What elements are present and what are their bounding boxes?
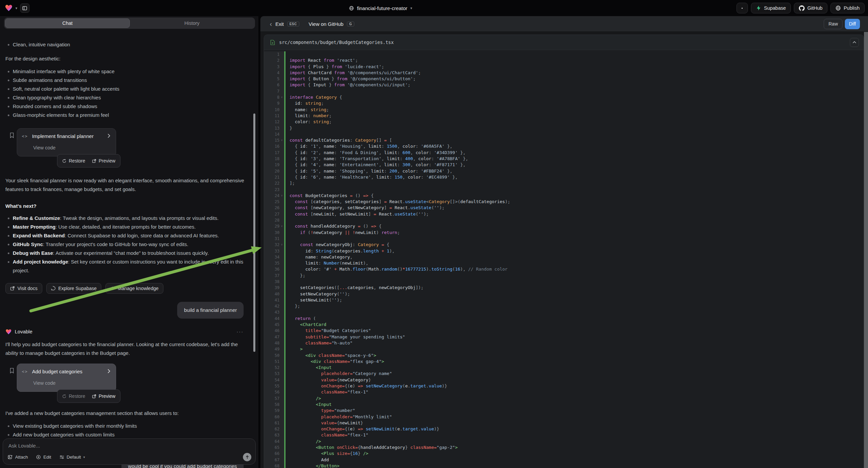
bullet-dot <box>8 115 9 116</box>
bullet-dot <box>8 235 9 237</box>
project-switcher[interactable]: financial-future-creator ▾ <box>349 0 412 16</box>
raw-toggle-button[interactable]: Raw <box>824 19 842 29</box>
code-brackets-icon: <> <box>22 132 28 141</box>
tool-card-add-budget-categories[interactable]: <> Add budget categories View code <box>17 363 116 392</box>
fold-spacer <box>279 291 284 297</box>
github-button[interactable]: GitHub <box>794 3 828 13</box>
bullet-dot <box>8 97 9 99</box>
line-number: 1 <box>264 51 279 57</box>
code-line: 51 <div className="flex gap-4"> <box>264 358 864 364</box>
line-number: 57 <box>264 396 279 402</box>
code-line: 48 className="h-auto" <box>264 340 864 346</box>
settings-button[interactable] <box>737 3 748 13</box>
fold-spacer <box>279 217 284 223</box>
line-number: 32 <box>264 242 279 248</box>
code-line: 50 <div className="space-y-6"> <box>264 352 864 358</box>
preview-button[interactable]: Preview <box>92 392 116 401</box>
line-number: 25 <box>264 199 279 205</box>
view-on-github-link[interactable]: View on GitHub G <box>309 21 354 27</box>
exit-button[interactable]: Exit <box>276 21 284 27</box>
view-code-link[interactable]: View code <box>33 379 111 387</box>
fold-chevron-icon[interactable]: ∨ <box>279 94 284 100</box>
code-text: value={newCategory} <box>285 377 864 383</box>
chat-input[interactable] <box>8 443 241 448</box>
fold-spacer <box>279 408 284 414</box>
manage-knowledge-button[interactable]: Manage knowledge <box>105 283 163 294</box>
chat-scrollbar[interactable] <box>253 114 255 352</box>
fold-chevron-icon[interactable]: ∨ <box>279 223 284 229</box>
fold-chevron-icon[interactable]: ∨ <box>279 193 284 199</box>
line-number: 10 <box>264 107 279 113</box>
fold-spacer <box>279 340 284 346</box>
tool-card-implement-planner[interactable]: <> Implement financial planner View code <box>17 128 116 156</box>
fold-spacer <box>279 199 284 205</box>
code-text: setNewLimit(''); <box>285 297 864 303</box>
collapse-file-button[interactable] <box>850 38 859 47</box>
line-number: 61 <box>264 420 279 426</box>
supabase-button[interactable]: Supabase <box>751 3 791 13</box>
publish-button[interactable]: Publish <box>830 3 865 13</box>
edit-button[interactable]: Edit <box>36 455 51 460</box>
target-icon <box>36 455 41 460</box>
line-number: 64 <box>264 438 279 444</box>
bookmark-icon[interactable] <box>9 368 14 376</box>
explore-supabase-button[interactable]: Explore Supabase <box>46 283 101 294</box>
g-badge: G <box>347 22 354 27</box>
code-line: 68 </Button> <box>264 463 864 468</box>
fold-spacer <box>279 100 284 107</box>
fold-chevron-icon[interactable]: ∨ <box>279 137 284 143</box>
message-menu-button[interactable]: ··· <box>237 327 244 336</box>
ready-text: Your sleek financial planner is now read… <box>5 176 248 194</box>
whats-next-item: Master Prompting: Use clear, detailed, a… <box>5 223 248 231</box>
line-number: 41 <box>264 297 279 303</box>
code-line: 6import { Input } from '@/components/ui/… <box>264 82 864 88</box>
tab-history[interactable]: History <box>130 19 254 28</box>
chat-scroll-area[interactable]: Clean, intuitive navigation For the desi… <box>0 31 258 452</box>
bullet-dot <box>8 261 9 263</box>
fold-chevron-icon[interactable]: ∨ <box>279 242 284 248</box>
restore-button[interactable]: Restore <box>62 392 85 401</box>
mode-select[interactable]: Default ▾ <box>59 455 85 460</box>
code-text: const [newLimit, setNewLimit] = React.us… <box>285 211 864 217</box>
fold-spacer <box>279 70 284 76</box>
attach-button[interactable]: Attach <box>8 455 28 460</box>
fold-spacer <box>279 168 284 174</box>
project-globe-icon <box>349 6 354 11</box>
send-button[interactable] <box>243 453 251 461</box>
line-number: 31 <box>264 236 279 242</box>
code-text: const defaultCategories: Category[] = [ <box>285 137 864 143</box>
bullet-dot <box>8 244 9 245</box>
fold-spacer <box>279 187 284 193</box>
diff-toggle-button[interactable]: Diff <box>845 19 860 29</box>
logo-chevron-down-icon[interactable]: ▾ <box>16 6 18 10</box>
line-number: 7 <box>264 88 279 94</box>
list-item: Subtle animations and transitions <box>5 76 248 85</box>
code-text <box>285 309 864 315</box>
code-text: /> <box>285 438 864 444</box>
preview-button[interactable]: Preview <box>92 156 116 165</box>
esc-badge: ESC <box>287 22 299 27</box>
chevron-right-icon <box>107 367 111 376</box>
code-line: 39 setCategories([...categories, newCate… <box>264 285 864 291</box>
view-code-link[interactable]: View code <box>33 143 111 152</box>
tab-chat[interactable]: Chat <box>5 19 130 28</box>
code-text: limit: Number(newLimit), <box>285 260 864 266</box>
bookmark-icon[interactable] <box>9 132 14 141</box>
line-number: 26 <box>264 205 279 211</box>
code-text: </Button> <box>285 463 864 468</box>
sidebar-toggle-button[interactable] <box>20 3 30 13</box>
code-line: 49 > <box>264 346 864 352</box>
file-path-bar[interactable]: src/components/budget/BudgetCategories.t… <box>264 35 864 50</box>
code-line: 40 setNewCategory(''); <box>264 291 864 297</box>
line-number: 46 <box>264 328 279 334</box>
lovable-logo-icon[interactable] <box>5 4 13 12</box>
chat-panel: Chat History Clean, intuitive navigation… <box>0 16 258 468</box>
visit-docs-button[interactable]: Visit docs <box>5 283 42 294</box>
bullet-dot <box>8 88 9 90</box>
code-text <box>285 217 864 223</box>
restore-button[interactable]: Restore <box>62 156 85 165</box>
code-text: { id: '4', name: 'Entertainment', limit:… <box>285 162 864 168</box>
code-text: { id: '1', name: 'Housing', limit: 1500,… <box>285 143 864 149</box>
code-panel-scrollbar[interactable] <box>864 32 868 468</box>
line-number: 68 <box>264 463 279 468</box>
